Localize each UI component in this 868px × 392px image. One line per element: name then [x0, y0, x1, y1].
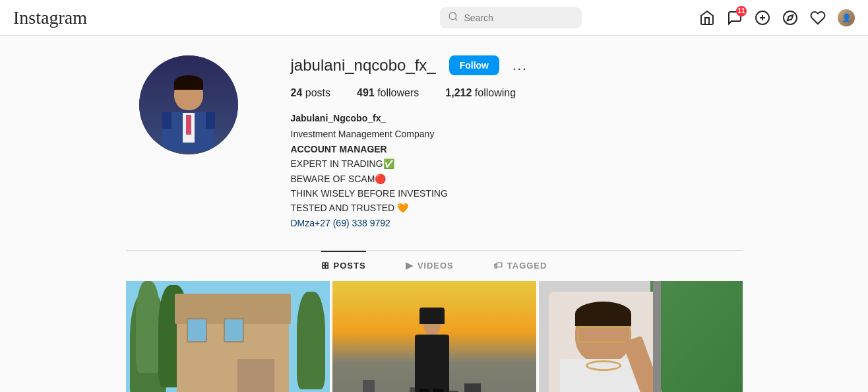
bio-link[interactable]: DMza+27 (69) 338 9792 [291, 218, 390, 228]
following-label: following [475, 87, 516, 98]
search-bar[interactable] [440, 7, 582, 28]
messages-icon[interactable]: 11 [727, 10, 743, 26]
followers-label: followers [377, 87, 419, 98]
videos-tab-label: VIDEOS [418, 261, 454, 271]
add-icon[interactable] [755, 10, 770, 26]
main-content: jabulani_nqcobo_fx_ Follow ... 24 posts … [0, 0, 868, 392]
tagged-tab-icon: 🏷 [493, 260, 503, 271]
followers-count: 491 [357, 87, 375, 98]
post-item[interactable] [539, 281, 743, 392]
bio-line2: ACCOUNT MANAGER [291, 142, 729, 156]
following-count: 1,212 [445, 87, 472, 98]
profile-avatar [139, 55, 238, 154]
home-icon[interactable] [699, 10, 715, 26]
bio-line1: Investment Management Company [291, 127, 729, 141]
videos-tab-icon: ▶ [406, 260, 414, 271]
explore-icon[interactable] [782, 10, 798, 26]
header-nav: 11 👤 [699, 9, 855, 26]
posts-label: posts [305, 87, 330, 98]
profile-stats: 24 posts 491 followers 1,212 following [291, 87, 729, 99]
more-options-button[interactable]: ... [512, 58, 528, 73]
svg-point-5 [784, 11, 797, 24]
posts-stat: 24 posts [291, 87, 331, 99]
header: Instagram 11 👤 [0, 0, 868, 36]
follow-button[interactable]: Follow [449, 55, 499, 75]
bio-line3: EXPERT IN TRADING✅ [291, 156, 729, 171]
instagram-logo: Instagram [13, 7, 87, 28]
post-item[interactable] [126, 281, 330, 392]
posts-tab-icon: ⊞ [321, 260, 330, 271]
svg-point-0 [449, 13, 456, 20]
bio-line5: THINK WISELY BEFORE INVESTING [291, 186, 729, 201]
posts-grid [126, 281, 743, 392]
posts-count: 24 [291, 87, 303, 98]
bio-line7[interactable]: DMza+27 (69) 338 9792 [291, 216, 729, 230]
post-item[interactable] [332, 281, 536, 392]
profile-username: jabulani_nqcobo_fx_ [291, 56, 436, 75]
tab-tagged[interactable]: 🏷 TAGGED [493, 251, 547, 278]
profile-section: jabulani_nqcobo_fx_ Follow ... 24 posts … [126, 36, 743, 244]
profile-avatar-wrap [139, 55, 238, 154]
svg-marker-6 [788, 15, 793, 20]
followers-stat[interactable]: 491 followers [357, 87, 419, 99]
profile-tabs: ⊞ POSTS ▶ VIDEOS 🏷 TAGGED [126, 251, 743, 278]
svg-line-1 [456, 18, 458, 20]
heart-icon[interactable] [810, 10, 826, 26]
bio-line6: TESTED AND TRUSTED 🧡 [291, 201, 729, 215]
message-badge: 11 [736, 6, 747, 16]
profile-info: jabulani_nqcobo_fx_ Follow ... 24 posts … [291, 55, 729, 230]
bio-display-name: Jabulani_Ngcobo_fx_ [291, 111, 729, 125]
posts-tab-label: POSTS [334, 261, 366, 271]
search-input[interactable] [464, 13, 574, 23]
following-stat[interactable]: 1,212 following [445, 87, 516, 99]
bio-line4: BEWARE OF SCAM🔴 [291, 172, 729, 186]
profile-bio: Jabulani_Ngcobo_fx_ Investment Managemen… [291, 111, 729, 230]
tab-posts[interactable]: ⊞ POSTS [321, 251, 366, 278]
search-icon [448, 11, 458, 24]
username-row: jabulani_nqcobo_fx_ Follow ... [291, 55, 729, 75]
user-avatar-nav[interactable]: 👤 [838, 9, 855, 26]
tab-videos[interactable]: ▶ VIDEOS [406, 251, 454, 278]
tagged-tab-label: TAGGED [507, 261, 547, 271]
